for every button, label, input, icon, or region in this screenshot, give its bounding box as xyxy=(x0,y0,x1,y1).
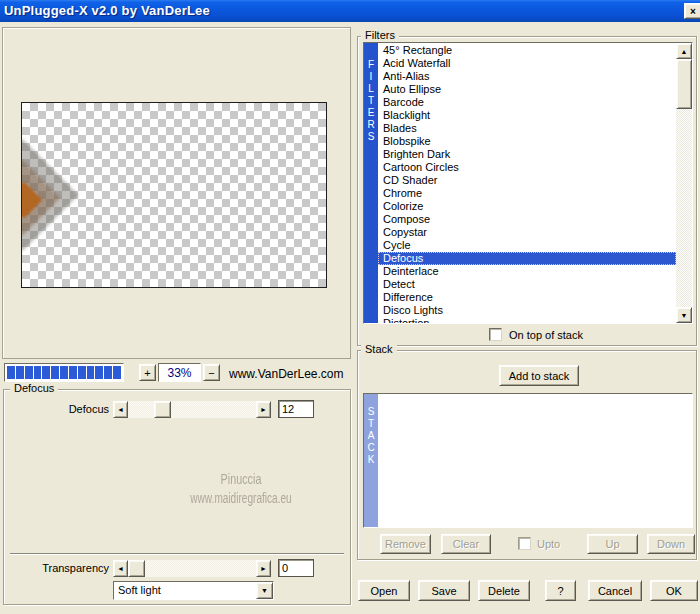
arrow-right-icon: ► xyxy=(260,565,267,572)
scroll-down-button[interactable]: ▼ xyxy=(676,307,692,323)
filter-item[interactable]: Blobspike xyxy=(378,135,676,148)
filters-list: 45° RectangleAcid WaterfallAnti-AliasAut… xyxy=(378,43,676,323)
scroll-up-button[interactable]: ▲ xyxy=(676,43,692,59)
down-button: Down xyxy=(647,534,695,554)
filter-item[interactable]: Deinterlace xyxy=(378,265,676,278)
filter-item[interactable]: Auto Ellipse xyxy=(378,83,676,96)
zoom-level-display: 33% xyxy=(158,363,201,382)
progress-segment xyxy=(104,366,112,379)
slider-right-arrow[interactable]: ► xyxy=(256,401,271,418)
progress-segment xyxy=(34,366,42,379)
blend-mode-select[interactable]: Soft light ▼ xyxy=(113,581,274,600)
vendor-website-label: www.VanDerLee.com xyxy=(229,367,344,381)
arrow-left-icon: ◄ xyxy=(117,406,124,413)
preview-image[interactable] xyxy=(21,102,327,288)
transparency-slider-label: Transparency xyxy=(14,562,109,574)
filter-item[interactable]: Distortion xyxy=(378,317,676,323)
progress-segment xyxy=(87,366,95,379)
transparency-slider-track[interactable] xyxy=(128,560,256,577)
filter-item[interactable]: Anti-Alias xyxy=(378,70,676,83)
clear-button: Clear xyxy=(441,534,491,554)
filters-sidebar-label: F I L T E R S xyxy=(364,43,378,143)
combo-dropdown-button[interactable]: ▼ xyxy=(256,582,273,599)
stack-group-label: Stack xyxy=(361,343,397,355)
up-button: Up xyxy=(587,534,638,554)
filter-item-selected[interactable]: Defocus xyxy=(378,252,676,265)
filters-scrollbar[interactable]: ▲ ▼ xyxy=(676,43,692,323)
add-to-stack-button[interactable]: Add to stack xyxy=(499,365,579,386)
slider-left-arrow[interactable]: ◄ xyxy=(113,401,128,418)
help-button[interactable]: ? xyxy=(545,580,576,601)
delete-button[interactable]: Delete xyxy=(478,580,530,601)
filter-item[interactable]: Disco Lights xyxy=(378,304,676,317)
defocus-slider[interactable]: ◄ ► xyxy=(113,401,271,418)
transparency-slider-thumb[interactable] xyxy=(128,560,145,577)
filter-item[interactable]: Blades xyxy=(378,122,676,135)
blend-mode-value: Soft light xyxy=(114,582,256,599)
watermark-line1: Pinuccia xyxy=(155,469,328,489)
arrow-left-icon: ◄ xyxy=(117,565,124,572)
arrow-left-icon-btn[interactable]: ◄ xyxy=(113,560,128,577)
filter-item[interactable]: Chrome xyxy=(378,187,676,200)
window-title: UnPlugged-X v2.0 by VanDerLee xyxy=(4,3,210,18)
filter-item[interactable]: Blacklight xyxy=(378,109,676,122)
on-top-of-stack-label: On top of stack xyxy=(509,329,583,341)
progress-bar xyxy=(4,363,124,382)
separator-line xyxy=(10,553,344,555)
ok-button[interactable]: OK xyxy=(650,580,698,601)
chevron-down-icon: ▼ xyxy=(261,587,268,594)
zoom-out-button[interactable]: − xyxy=(203,364,220,381)
zoom-in-button[interactable]: + xyxy=(139,364,156,381)
arrow-up-icon: ▲ xyxy=(681,48,688,55)
save-button[interactable]: Save xyxy=(418,580,470,601)
filter-item[interactable]: Cartoon Circles xyxy=(378,161,676,174)
defocus-value-input[interactable]: 12 xyxy=(278,400,314,418)
filter-item[interactable]: Barcode xyxy=(378,96,676,109)
filter-item[interactable]: CD Shader xyxy=(378,174,676,187)
transparency-value-input[interactable]: 0 xyxy=(278,559,314,577)
filters-groupbox: Filters F I L T E R S 45° RectangleAcid … xyxy=(357,36,697,346)
watermark: Pinuccia www.maidiregrafica.eu xyxy=(155,469,328,507)
stack-groupbox: Stack Add to stack S T A C K Remove Clea… xyxy=(357,350,697,560)
defocus-groupbox: Defocus Defocus ◄ ► 12 Pinuccia www.maid… xyxy=(3,389,351,605)
progress-segment xyxy=(51,366,59,379)
progress-segment xyxy=(60,366,68,379)
progress-segment xyxy=(7,366,15,379)
close-button[interactable]: × xyxy=(684,3,700,19)
defocus-slider-thumb[interactable] xyxy=(154,401,171,418)
progress-segment xyxy=(25,366,33,379)
filter-item[interactable]: 45° Rectangle xyxy=(378,44,676,57)
filter-item[interactable]: Compose xyxy=(378,213,676,226)
minus-icon: − xyxy=(208,367,214,379)
filter-item[interactable]: Cycle xyxy=(378,239,676,252)
filter-item[interactable]: Difference xyxy=(378,291,676,304)
progress-segment xyxy=(78,366,86,379)
stack-sidebar-label: S T A C K xyxy=(364,394,378,466)
remove-button: Remove xyxy=(380,534,431,554)
arrow-right-icon: ► xyxy=(260,406,267,413)
upto-label: Upto xyxy=(537,538,560,550)
arrow-right-icon-btn[interactable]: ► xyxy=(256,560,271,577)
progress-segment xyxy=(113,366,121,379)
filters-listbox[interactable]: F I L T E R S 45° RectangleAcid Waterfal… xyxy=(363,42,693,324)
defocus-slider-track[interactable] xyxy=(128,401,256,418)
filter-item[interactable]: Copystar xyxy=(378,226,676,239)
filter-item[interactable]: Detect xyxy=(378,278,676,291)
filter-item[interactable]: Colorize xyxy=(378,200,676,213)
filter-item[interactable]: Acid Waterfall xyxy=(378,57,676,70)
scrollbar-thumb[interactable] xyxy=(676,59,692,109)
titlebar[interactable]: UnPlugged-X v2.0 by VanDerLee × xyxy=(0,0,700,22)
on-top-of-stack-checkbox[interactable] xyxy=(489,328,502,341)
filter-item[interactable]: Brighten Dark xyxy=(378,148,676,161)
stack-listbox[interactable]: S T A C K xyxy=(363,393,693,528)
preview-panel xyxy=(2,27,351,359)
open-button[interactable]: Open xyxy=(358,580,410,601)
plus-icon: + xyxy=(144,367,150,379)
progress-segment xyxy=(69,366,77,379)
cancel-button[interactable]: Cancel xyxy=(588,580,642,601)
upto-checkbox xyxy=(518,537,531,550)
plugin-dialog: UnPlugged-X v2.0 by VanDerLee × + 33% − … xyxy=(0,0,700,614)
transparency-slider[interactable]: ◄ ► xyxy=(113,560,271,577)
progress-segment xyxy=(42,366,50,379)
watermark-line2: www.maidiregrafica.eu xyxy=(155,489,328,507)
